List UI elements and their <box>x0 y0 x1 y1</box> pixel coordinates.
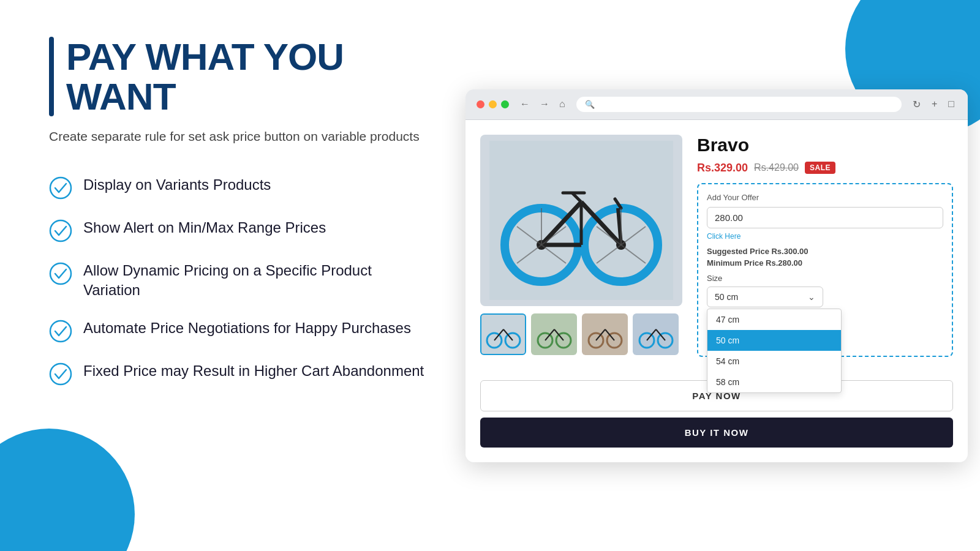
feature-text-3: Allow Dynamic Pricing on a Specific Prod… <box>83 261 429 301</box>
add-tab-button[interactable]: + <box>929 97 940 111</box>
minimum-price-label: Minimum Price <box>707 258 766 268</box>
size-option-50[interactable]: 50 cm <box>707 330 841 351</box>
page-title: PAY WHAT YOU WANT <box>66 37 429 116</box>
refresh-button[interactable]: ↻ <box>910 97 923 111</box>
home-button[interactable]: ⌂ <box>557 97 568 111</box>
feature-item-3: Allow Dynamic Pricing on a Specific Prod… <box>49 261 429 301</box>
dot-green[interactable] <box>501 100 509 108</box>
browser-nav: ← → ⌂ <box>518 97 568 111</box>
browser-bar: ← → ⌂ 🔍 ↻ + □ <box>466 89 968 120</box>
product-images <box>480 135 682 365</box>
suggested-price-info: Suggested Price Rs.300.00 <box>707 247 943 256</box>
thumbnail-3[interactable] <box>582 313 628 355</box>
thumbnail-1[interactable] <box>480 313 526 355</box>
svg-point-1 <box>50 220 71 241</box>
product-name: Bravo <box>697 135 953 156</box>
check-icon-4 <box>49 320 72 343</box>
feature-item-5: Fixed Price may Result in Higher Cart Ab… <box>49 361 429 386</box>
size-option-47[interactable]: 47 cm <box>707 309 841 330</box>
suggested-price-label: Suggested Price <box>707 247 771 256</box>
browser-actions: ↻ + □ <box>910 97 957 111</box>
suggested-price-value: Rs.300.00 <box>771 247 808 256</box>
bicycle-svg <box>489 141 673 300</box>
price-original: Rs.429.00 <box>754 162 799 173</box>
offer-input[interactable] <box>707 207 943 228</box>
size-dropdown: 47 cm 50 cm 54 cm 58 cm <box>707 309 842 393</box>
click-here-link[interactable]: Click Here <box>707 232 943 241</box>
page-subtitle: Create separate rule for set ask price b… <box>49 127 429 145</box>
feature-text-1: Display on Variants Products <box>83 175 271 195</box>
price-current: Rs.329.00 <box>697 162 748 174</box>
check-icon-1 <box>49 176 72 200</box>
offer-box: Add Your Offer Click Here Suggested Pric… <box>697 183 953 357</box>
size-section: Size 50 cm ⌄ 47 cm 50 cm 54 cm <box>707 274 943 307</box>
chevron-down-icon: ⌄ <box>808 292 815 302</box>
browser-dots <box>477 100 509 108</box>
dot-yellow[interactable] <box>489 100 497 108</box>
svg-point-3 <box>50 321 71 342</box>
features-list: Display on Variants Products Show Alert … <box>49 175 429 386</box>
right-panel: ← → ⌂ 🔍 ↻ + □ <box>466 37 968 514</box>
back-button[interactable]: ← <box>518 97 532 111</box>
feature-text-2: Show Alert on Min/Max Range Prices <box>83 218 326 238</box>
main-product-image <box>480 135 682 306</box>
minimum-price-value: Rs.280.00 <box>766 258 802 268</box>
title-accent-bar <box>49 37 54 116</box>
product-detail: Bravo Rs.329.00 Rs.429.00 SALE Add Your … <box>697 135 953 365</box>
forward-button[interactable]: → <box>537 97 552 111</box>
check-icon-5 <box>49 362 72 386</box>
search-icon: 🔍 <box>585 100 595 109</box>
left-panel: PAY WHAT YOU WANT Create separate rule f… <box>49 37 429 514</box>
feature-item-4: Automate Price Negotiations for Happy Pu… <box>49 318 429 343</box>
feature-text-5: Fixed Price may Result in Higher Cart Ab… <box>83 361 424 381</box>
feature-text-4: Automate Price Negotiations for Happy Pu… <box>83 318 411 338</box>
check-icon-3 <box>49 262 72 285</box>
size-selected-value: 50 cm <box>715 292 738 302</box>
size-option-54[interactable]: 54 cm <box>707 351 841 372</box>
size-option-58[interactable]: 58 cm <box>707 372 841 392</box>
buy-now-button[interactable]: BUY IT NOW <box>480 418 953 448</box>
dot-red[interactable] <box>477 100 484 108</box>
svg-point-2 <box>50 263 71 284</box>
thumbnails <box>480 313 682 355</box>
price-row: Rs.329.00 Rs.429.00 SALE <box>697 162 953 174</box>
thumbnail-2[interactable] <box>531 313 577 355</box>
more-button[interactable]: □ <box>946 97 957 111</box>
offer-label: Add Your Offer <box>707 193 943 202</box>
size-select[interactable]: 50 cm ⌄ <box>707 287 823 307</box>
browser-url-bar[interactable]: 🔍 <box>576 97 902 112</box>
thumbnail-4[interactable] <box>633 313 679 355</box>
feature-item-2: Show Alert on Min/Max Range Prices <box>49 218 429 242</box>
size-label: Size <box>707 274 943 283</box>
feature-item-1: Display on Variants Products <box>49 175 429 200</box>
size-select-wrapper: 50 cm ⌄ 47 cm 50 cm 54 cm 58 cm <box>707 287 823 307</box>
sale-badge: SALE <box>805 162 835 174</box>
browser-body: Bravo Rs.329.00 Rs.429.00 SALE Add Your … <box>466 120 968 380</box>
check-icon-2 <box>49 219 72 242</box>
title-block: PAY WHAT YOU WANT <box>49 37 429 116</box>
minimum-price-info: Minimum Price Rs.280.00 <box>707 258 943 268</box>
svg-point-0 <box>50 178 71 198</box>
browser-window: ← → ⌂ 🔍 ↻ + □ <box>466 89 968 462</box>
svg-point-4 <box>50 364 71 384</box>
